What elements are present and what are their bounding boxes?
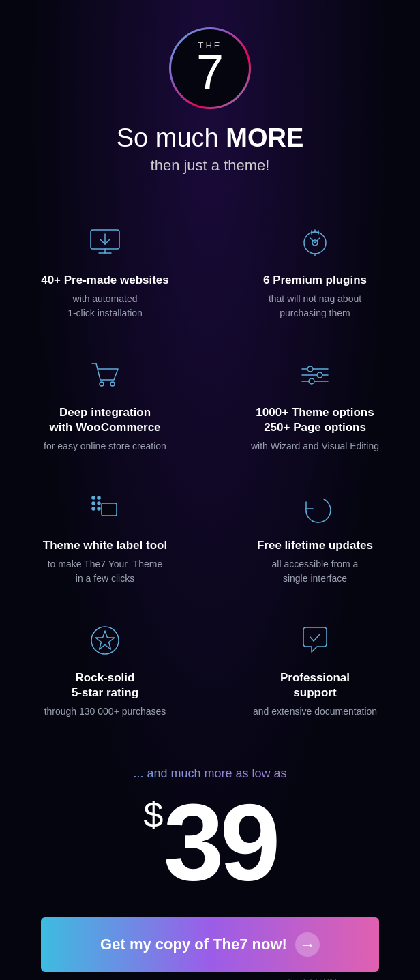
header: THE 7 So much MORE then just a theme! [0, 0, 420, 188]
svg-point-18 [317, 372, 322, 378]
feature-premium-plugins: 6 Premium plugins that will not nag abou… [210, 209, 420, 341]
svg-point-17 [308, 366, 313, 372]
svg-point-22 [92, 502, 95, 505]
feature-white-label: Theme white label tool to make The7 Your… [0, 474, 210, 606]
pricing-section: ... and much more as low as $ 39 [0, 746, 420, 910]
feature-five-star: Rock-solid5-star rating through 130 000+… [0, 606, 210, 739]
feature-lifetime-updates-title: Free lifetime updates [230, 538, 400, 553]
white-label-icon [85, 488, 125, 529]
sliders-icon [295, 355, 335, 396]
vat-note: *excl. EU VAT [41, 977, 379, 980]
feature-white-label-title: Theme white label tool [20, 538, 190, 553]
feature-five-star-title: Rock-solid5-star rating [20, 670, 190, 700]
svg-rect-26 [102, 503, 117, 516]
svg-point-12 [100, 382, 104, 386]
headline: So much MORE [14, 123, 406, 154]
cart-icon [85, 355, 125, 396]
headline-bold: MORE [226, 123, 303, 152]
logo-circle: THE 7 [169, 27, 251, 109]
cta-button-label: Get my copy of The7 now! [100, 936, 287, 953]
cta-arrow-icon: → [295, 932, 320, 957]
pricing-amount: $ 39 [14, 788, 406, 897]
feature-pre-made-websites-desc: with automated1-click installation [20, 292, 190, 321]
feature-woocommerce: Deep integrationwith WooCommerce for eas… [0, 341, 210, 474]
feature-premium-plugins-desc: that will not nag aboutpurchasing them [230, 292, 400, 321]
logo-seven-label: 7 [196, 48, 224, 97]
svg-point-24 [92, 507, 95, 510]
price-currency: $ [144, 797, 164, 833]
price-number: 39 [163, 788, 276, 897]
feature-woocommerce-desc: for easy online store creation [20, 439, 190, 454]
cta-button[interactable]: Get my copy of The7 now! → [41, 917, 379, 972]
svg-point-20 [92, 496, 95, 499]
feature-theme-options-title: 1000+ Theme options250+ Page options [230, 405, 400, 435]
svg-point-19 [309, 378, 314, 384]
feature-lifetime-updates-desc: all accessible from asingle interface [230, 557, 400, 586]
feature-support-title: Professionalsupport [230, 670, 400, 700]
svg-marker-28 [95, 631, 115, 649]
headline-prefix: So much [117, 123, 226, 152]
plugin-icon [295, 222, 335, 263]
feature-theme-options-desc: with Wizard and Visual Editing [230, 439, 400, 454]
feature-pre-made-websites: 40+ Pre-made websites with automated1-cl… [0, 209, 210, 341]
feature-five-star-desc: through 130 000+ purchases [20, 704, 190, 719]
feature-support: Professionalsupport and extensive docume… [210, 606, 420, 739]
svg-point-21 [97, 496, 100, 499]
features-grid: 40+ Pre-made websites with automated1-cl… [0, 188, 420, 747]
feature-white-label-desc: to make The7 Your_Themein a few clicks [20, 557, 190, 586]
feature-lifetime-updates: Free lifetime updates all accessible fro… [210, 474, 420, 606]
pricing-label: ... and much more as low as [14, 767, 406, 781]
feature-support-desc: and extensive documentation [230, 704, 400, 719]
svg-point-13 [110, 382, 115, 386]
refresh-icon [295, 488, 335, 529]
chat-check-icon [295, 620, 335, 661]
svg-point-23 [97, 502, 100, 505]
feature-theme-options: 1000+ Theme options250+ Page options wit… [210, 341, 420, 474]
feature-woocommerce-title: Deep integrationwith WooCommerce [20, 405, 190, 435]
feature-premium-plugins-title: 6 Premium plugins [230, 273, 400, 288]
star-icon [85, 620, 125, 661]
page: THE 7 So much MORE then just a theme! 40… [0, 0, 420, 980]
cta-section: Get my copy of The7 now! → *excl. EU VAT [0, 910, 420, 980]
monitor-download-icon [85, 222, 125, 263]
feature-pre-made-websites-title: 40+ Pre-made websites [20, 273, 190, 288]
svg-point-25 [97, 507, 100, 510]
subheadline: then just a theme! [14, 157, 406, 175]
